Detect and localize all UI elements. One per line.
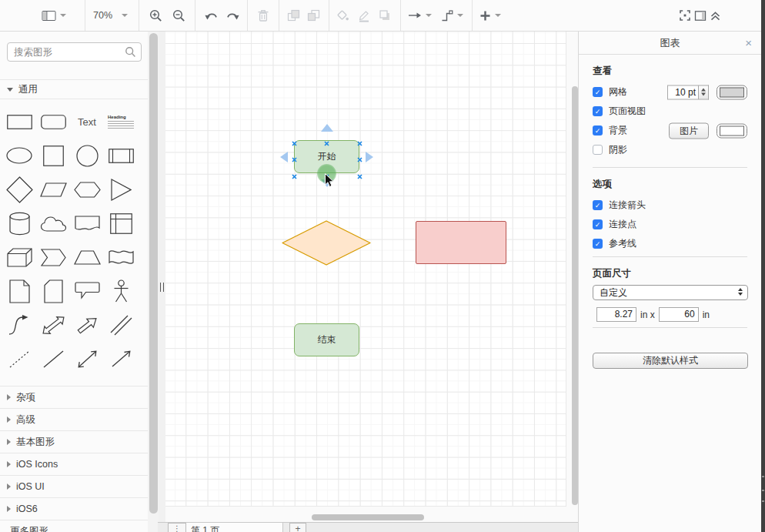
format-panel-button[interactable] [694, 10, 707, 22]
close-icon[interactable]: × [745, 37, 752, 49]
page-size-select[interactable]: 自定义 [593, 285, 748, 300]
more-shapes-link[interactable]: 更多图形... [0, 520, 148, 532]
zoom-level-dropdown[interactable]: 70% [93, 10, 128, 21]
sidebar-scrollbar[interactable] [148, 32, 159, 532]
shape-trapezoid[interactable] [70, 240, 104, 274]
section-general[interactable]: 通用 [0, 79, 148, 99]
shape-hexagon[interactable] [70, 172, 104, 206]
shape-arrow[interactable] [70, 308, 104, 342]
canvas[interactable]: 开始结束 [165, 32, 578, 532]
grid-color-swatch[interactable] [717, 85, 747, 99]
shape-text[interactable]: Text [70, 105, 104, 139]
add-page-button[interactable]: + [289, 523, 306, 532]
page-tab[interactable]: 第 1 页 [186, 523, 283, 532]
delete-button[interactable] [257, 9, 269, 22]
zoom-in-button[interactable] [149, 9, 162, 22]
direction-arrow-icon[interactable] [321, 124, 333, 132]
shape-note[interactable] [2, 274, 36, 308]
shape-rectangle[interactable] [2, 105, 36, 139]
selection-handle[interactable] [324, 138, 329, 143]
direction-arrow-icon[interactable] [280, 152, 288, 162]
shape-diamond[interactable] [2, 172, 36, 206]
shape-bidirectional-connector[interactable] [70, 342, 104, 376]
section-高级[interactable]: 高级 [0, 408, 148, 430]
pages-menu-button[interactable]: ⋮ [168, 523, 186, 532]
insert-button[interactable] [479, 10, 501, 22]
shape-circle[interactable] [70, 139, 104, 172]
shape-cylinder[interactable] [2, 206, 36, 240]
参考线-checkbox[interactable]: ✓ [593, 239, 603, 249]
shape-bidirectional-arrow[interactable] [36, 308, 70, 342]
selection-handle[interactable] [292, 171, 297, 176]
shape-parallelogram[interactable] [36, 172, 70, 206]
shape-step[interactable] [36, 240, 70, 274]
selection-handle[interactable] [357, 171, 362, 176]
shape-link[interactable] [104, 308, 138, 342]
sidebar-resize-divider[interactable] [159, 32, 165, 532]
background-color-swatch[interactable] [717, 123, 747, 138]
shape-tape[interactable] [104, 240, 138, 274]
connection-arrow-button[interactable] [408, 10, 432, 21]
grid-checkbox[interactable]: ✓ [593, 87, 603, 97]
clear-default-style-button[interactable]: 清除默认样式 [593, 353, 748, 369]
diamond-node[interactable] [282, 220, 371, 266]
shape-callout[interactable] [70, 274, 104, 308]
section-iOS6[interactable]: iOS6 [0, 497, 148, 520]
shape-internal-storage[interactable] [104, 206, 138, 240]
shape-line[interactable] [36, 342, 70, 376]
page-height-input[interactable]: 60 [659, 307, 699, 322]
canvas-vertical-scrollbar[interactable] [572, 86, 578, 505]
shape-rounded-rectangle[interactable] [36, 105, 70, 139]
section-杂项[interactable]: 杂项 [0, 386, 148, 408]
line-color-button[interactable] [358, 9, 370, 22]
shape-triangle[interactable] [104, 172, 138, 206]
collapse-button[interactable] [710, 10, 721, 22]
section-基本图形[interactable]: 基本图形 [0, 430, 148, 453]
section-iOS UI[interactable]: iOS UI [0, 475, 148, 497]
rectangle-node[interactable] [416, 221, 506, 264]
canvas-horizontal-scrollbar[interactable] [312, 514, 424, 520]
chevron-down-icon [426, 14, 432, 17]
结束-rounded-rectangle-node[interactable]: 结束 [294, 323, 359, 356]
shape-cloud[interactable] [36, 206, 70, 240]
to-front-button[interactable] [287, 9, 300, 22]
search-input[interactable] [7, 42, 142, 62]
fullscreen-button[interactable] [679, 9, 691, 22]
grid-size-stepper[interactable] [699, 85, 709, 99]
view-button[interactable] [42, 9, 66, 22]
waypoints-button[interactable] [441, 10, 463, 22]
shape-directional-connector[interactable] [104, 342, 138, 376]
shape-curve[interactable] [2, 308, 36, 342]
to-back-button[interactable] [307, 9, 320, 22]
shapes-sidebar: 通用 TextHeading 杂项高级基本图形iOS IconsiOS UIiO… [0, 32, 148, 532]
shadow-checkbox[interactable] [593, 145, 603, 155]
section-iOS Icons[interactable]: iOS Icons [0, 453, 148, 475]
shadow-button[interactable] [379, 9, 391, 22]
page-width-input[interactable]: 8.27 [596, 307, 636, 322]
undo-button[interactable] [205, 10, 219, 22]
drawing-page[interactable] [165, 32, 566, 507]
selection-handle[interactable] [357, 154, 362, 159]
连接箭头-checkbox[interactable]: ✓ [593, 200, 603, 210]
shape-heading[interactable]: Heading [104, 105, 138, 139]
连接点-checkbox[interactable]: ✓ [593, 219, 603, 229]
page-view-checkbox[interactable]: ✓ [593, 106, 603, 116]
shape-card[interactable] [36, 274, 70, 308]
shape-dashed-line[interactable] [2, 342, 36, 376]
fill-color-button[interactable] [336, 9, 349, 22]
shape-actor[interactable] [104, 274, 138, 308]
shape-cube[interactable] [2, 240, 36, 274]
zoom-out-button[interactable] [172, 9, 185, 22]
redo-button[interactable] [225, 10, 239, 22]
shape-document[interactable] [70, 206, 104, 240]
image-button[interactable]: 图片 [669, 122, 709, 139]
shape-ellipse[interactable] [2, 139, 36, 172]
selection-handle[interactable] [292, 154, 297, 159]
shape-square[interactable] [36, 139, 70, 172]
grid-size-input[interactable]: 10 pt [667, 85, 699, 99]
direction-arrow-icon[interactable] [366, 152, 373, 162]
selection-handle[interactable] [292, 138, 297, 143]
selection-handle[interactable] [357, 138, 362, 143]
background-checkbox[interactable]: ✓ [593, 125, 603, 136]
shape-process[interactable] [104, 139, 138, 172]
